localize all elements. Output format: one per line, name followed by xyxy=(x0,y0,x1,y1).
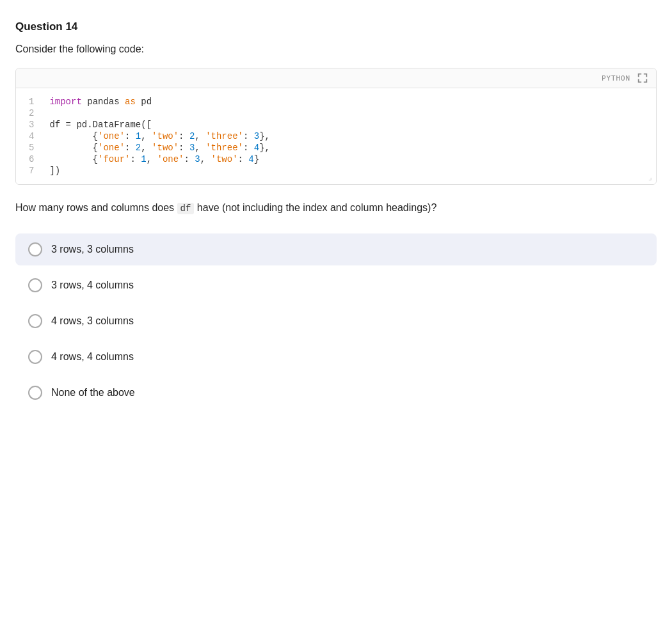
option-label: None of the above xyxy=(51,387,135,398)
code-table: 1import pandas as pd23df = pd.DataFrame(… xyxy=(16,96,656,177)
code-token: 3 xyxy=(254,131,259,141)
code-lang-label: PYTHON xyxy=(602,74,630,83)
option-item[interactable]: None of the above xyxy=(15,377,657,409)
option-radio[interactable] xyxy=(28,350,42,364)
option-label: 4 rows, 4 columns xyxy=(51,351,134,363)
code-token: pd xyxy=(136,97,152,107)
line-number: 2 xyxy=(16,107,44,119)
question-title: Question 14 xyxy=(15,20,657,33)
code-token: 'one' xyxy=(98,131,125,141)
code-token: 1 xyxy=(136,131,141,141)
line-content: ]) xyxy=(44,165,656,177)
code-line: 6 {'four': 1, 'one': 3, 'two': 4} xyxy=(16,154,656,165)
code-token: : xyxy=(238,154,249,164)
code-block: PYTHON 1import pandas as pd23df = pd.Dat… xyxy=(15,68,657,185)
option-radio[interactable] xyxy=(28,278,42,292)
code-line: 3df = pd.DataFrame([ xyxy=(16,119,656,130)
code-line: 5 {'one': 2, 'two': 3, 'three': 4}, xyxy=(16,142,656,154)
code-token: : xyxy=(125,143,136,153)
resize-handle[interactable]: ⌟ xyxy=(648,173,652,182)
option-label: 3 rows, 4 columns xyxy=(51,280,134,291)
question-text: How many rows and columns does df have (… xyxy=(15,200,657,216)
code-token: : xyxy=(125,131,136,141)
line-content: df = pd.DataFrame([ xyxy=(44,119,656,130)
code-token: pandas xyxy=(82,97,125,107)
code-token: , xyxy=(195,131,205,141)
code-token: 'three' xyxy=(205,143,243,153)
option-radio[interactable] xyxy=(28,386,42,400)
option-label: 3 rows, 3 columns xyxy=(51,244,134,255)
option-item[interactable]: 3 rows, 4 columns xyxy=(15,269,657,301)
code-token: , xyxy=(147,154,157,164)
code-token: 'two' xyxy=(152,143,179,153)
code-token: , xyxy=(200,154,211,164)
code-token: as xyxy=(125,97,136,107)
code-token: : xyxy=(179,143,189,153)
option-radio[interactable] xyxy=(28,314,42,328)
code-token: : xyxy=(179,131,189,141)
code-area: 1import pandas as pd23df = pd.DataFrame(… xyxy=(16,88,656,184)
question-container: Question 14 Consider the following code:… xyxy=(15,20,657,413)
code-token: , xyxy=(195,143,205,153)
option-label: 4 rows, 3 columns xyxy=(51,315,134,327)
option-item[interactable]: 4 rows, 4 columns xyxy=(15,341,657,373)
code-token: 'two' xyxy=(211,154,238,164)
line-content: {'four': 1, 'one': 3, 'two': 4} xyxy=(44,154,656,165)
question-text-part1: How many rows and columns does xyxy=(15,202,174,213)
code-token: import xyxy=(49,97,81,107)
code-header: PYTHON xyxy=(16,68,656,88)
option-item[interactable]: 4 rows, 3 columns xyxy=(15,305,657,337)
code-token: { xyxy=(49,154,98,164)
code-token: 4 xyxy=(248,154,253,164)
line-content xyxy=(44,107,656,119)
code-token: , xyxy=(141,143,152,153)
code-token: 'two' xyxy=(152,131,179,141)
code-token: } xyxy=(254,154,259,164)
code-token: }, xyxy=(259,143,270,153)
code-token: { xyxy=(49,131,98,141)
code-token: { xyxy=(49,143,98,153)
line-number: 6 xyxy=(16,154,44,165)
line-number: 7 xyxy=(16,165,44,177)
line-number: 5 xyxy=(16,142,44,154)
code-token: 'four' xyxy=(98,154,130,164)
code-token: , xyxy=(141,131,152,141)
code-token: : xyxy=(184,154,195,164)
options-list: 3 rows, 3 columns3 rows, 4 columns4 rows… xyxy=(15,233,657,413)
code-token: df = pd.DataFrame([ xyxy=(49,120,152,130)
code-token: 'one' xyxy=(98,143,125,153)
code-token: 4 xyxy=(254,143,259,153)
code-token: ]) xyxy=(49,166,60,176)
code-token: : xyxy=(243,131,254,141)
option-item[interactable]: 3 rows, 3 columns xyxy=(15,233,657,265)
code-token: : xyxy=(130,154,141,164)
code-token: }, xyxy=(259,131,270,141)
code-line: 7]) xyxy=(16,165,656,177)
line-content: {'one': 2, 'two': 3, 'three': 4}, xyxy=(44,142,656,154)
question-intro: Consider the following code: xyxy=(15,43,657,55)
code-token: : xyxy=(243,143,254,153)
code-line: 4 {'one': 1, 'two': 2, 'three': 3}, xyxy=(16,130,656,142)
line-number: 3 xyxy=(16,119,44,130)
question-inline-code: df xyxy=(177,203,195,214)
code-token: 'three' xyxy=(205,131,243,141)
code-line: 1import pandas as pd xyxy=(16,96,656,107)
code-token: 2 xyxy=(136,143,141,153)
code-token: 1 xyxy=(141,154,146,164)
code-token: 3 xyxy=(195,154,200,164)
line-number: 1 xyxy=(16,96,44,107)
code-token: 'one' xyxy=(157,154,184,164)
option-radio[interactable] xyxy=(28,242,42,256)
code-line: 2 xyxy=(16,107,656,119)
expand-icon[interactable] xyxy=(637,72,648,84)
line-content: {'one': 1, 'two': 2, 'three': 3}, xyxy=(44,130,656,142)
line-number: 4 xyxy=(16,130,44,142)
question-text-part2: have (not including the index and column… xyxy=(197,202,436,213)
line-content: import pandas as pd xyxy=(44,96,656,107)
